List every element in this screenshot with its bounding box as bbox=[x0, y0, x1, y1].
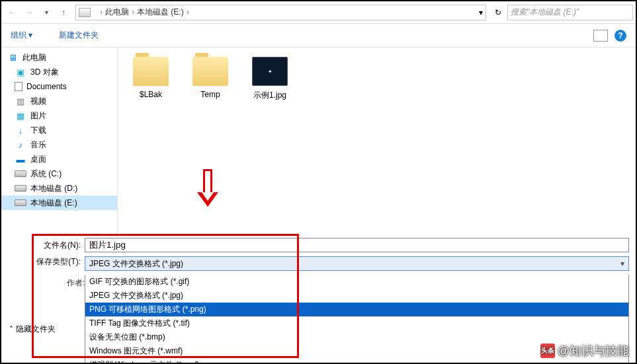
tree-label: 3D 对象 bbox=[30, 67, 59, 78]
file-name: Temp bbox=[187, 90, 234, 99]
nav-bar: ← → ▾ ↑ ›此电脑›本地磁盘 (E:)› ▾ ↻ 搜索"本地磁盘 (E:)… bbox=[1, 1, 636, 24]
tree-item-documents[interactable]: Documents bbox=[1, 79, 117, 94]
download-icon: ↓ bbox=[15, 125, 26, 135]
video-icon: ▥ bbox=[15, 96, 26, 106]
organize-menu[interactable]: 组织 ▾ bbox=[11, 30, 32, 41]
annotation-arrow-icon bbox=[197, 169, 218, 207]
main-content: 🖥此电脑 ▣3D 对象 Documents ▥视频 ▦图片 ↓下载 ♪音乐 ▬桌… bbox=[1, 48, 636, 238]
back-button[interactable]: ← bbox=[4, 5, 20, 20]
author-label: 作者: bbox=[9, 277, 85, 289]
file-name: $LBak bbox=[127, 90, 175, 99]
tree-label: Documents bbox=[26, 82, 67, 91]
search-input[interactable]: 搜索"本地磁盘 (E:)" bbox=[507, 5, 633, 20]
folder-icon bbox=[192, 57, 228, 86]
save-form: 文件名(N): 保存类型(T): JPEG 文件交换格式 (*.jpg) GIF… bbox=[8, 238, 629, 364]
tree-label: 音乐 bbox=[30, 139, 46, 151]
tree-root-computer[interactable]: 🖥此电脑 bbox=[1, 50, 117, 65]
refresh-button[interactable]: ↻ bbox=[490, 5, 506, 20]
documents-icon bbox=[15, 82, 22, 91]
music-icon: ♪ bbox=[15, 139, 26, 150]
tree-item-downloads[interactable]: ↓下载 bbox=[1, 123, 117, 137]
file-pane[interactable]: $LBak Temp ✦ 示例1.jpg bbox=[118, 48, 636, 238]
filetype-option[interactable]: 增强型 Windows 元文件 (*.emf) bbox=[85, 358, 628, 364]
filetype-option[interactable]: 设备无关位图 (*.bmp) bbox=[85, 330, 628, 344]
breadcrumb-root[interactable]: 此电脑 bbox=[105, 7, 129, 17]
tree-item-music[interactable]: ♪音乐 bbox=[1, 137, 117, 152]
filename-label: 文件名(N): bbox=[8, 240, 85, 251]
filename-input[interactable] bbox=[85, 238, 629, 252]
tree-label: 本地磁盘 (E:) bbox=[30, 198, 77, 209]
tree-label: 本地磁盘 (D:) bbox=[30, 183, 77, 194]
filetype-combobox[interactable]: JPEG 文件交换格式 (*.jpg) bbox=[85, 256, 629, 271]
tree-label: 系统 (C:) bbox=[30, 168, 62, 180]
tree-item-video[interactable]: ▥视频 bbox=[1, 94, 117, 108]
tree-item-drive-c[interactable]: 系统 (C:) bbox=[1, 166, 117, 181]
tree-item-pictures[interactable]: ▦图片 bbox=[1, 108, 117, 123]
watermark: 头条 @知识与技能 bbox=[540, 343, 629, 359]
tree-label: 桌面 bbox=[30, 154, 46, 165]
drive-icon bbox=[79, 8, 91, 17]
filetype-selected: JPEG 文件交换格式 (*.jpg) bbox=[89, 258, 183, 270]
help-icon[interactable]: ? bbox=[615, 30, 626, 42]
objects-icon: ▣ bbox=[15, 67, 26, 77]
tree-item-3d[interactable]: ▣3D 对象 bbox=[1, 65, 117, 79]
tree-label: 图片 bbox=[30, 110, 46, 122]
view-options-icon[interactable] bbox=[593, 30, 608, 42]
breadcrumb-drive[interactable]: 本地磁盘 (E:) bbox=[137, 7, 184, 17]
path-chevron-icon[interactable]: ▾ bbox=[479, 8, 483, 17]
tree-item-drive-e[interactable]: 本地磁盘 (E:) bbox=[1, 196, 117, 210]
filetype-option[interactable]: JPEG 文件交换格式 (*.jpg) bbox=[85, 289, 628, 303]
tree-item-desktop[interactable]: ▬桌面 bbox=[1, 152, 117, 166]
image-item[interactable]: ✦ 示例1.jpg bbox=[246, 57, 294, 101]
tree-label: 下载 bbox=[30, 125, 46, 136]
chevron-up-icon: ˄ bbox=[9, 325, 13, 334]
filetype-label: 保存类型(T): bbox=[8, 256, 85, 271]
drive-icon bbox=[15, 200, 26, 206]
computer-icon: 🖥 bbox=[7, 52, 19, 63]
drive-icon bbox=[15, 170, 26, 177]
up-button[interactable]: ↑ bbox=[56, 5, 71, 20]
filetype-option[interactable]: GIF 可交换的图形格式 (*.gif) bbox=[85, 275, 628, 289]
watermark-text: @知识与技能 bbox=[558, 343, 629, 359]
image-thumbnail-icon: ✦ bbox=[252, 57, 288, 86]
folder-icon bbox=[133, 57, 169, 86]
toolbar: 组织 ▾ 新建文件夹 ? bbox=[1, 24, 636, 48]
new-folder-button[interactable]: 新建文件夹 bbox=[59, 30, 99, 41]
hide-folders-label: 隐藏文件夹 bbox=[16, 324, 56, 335]
search-placeholder: 搜索"本地磁盘 (E:)" bbox=[511, 7, 579, 18]
address-bar[interactable]: ›此电脑›本地磁盘 (E:)› ▾ bbox=[75, 5, 486, 20]
filetype-option[interactable]: PNG 可移植网络图形格式 (*.png) bbox=[85, 303, 628, 316]
tree-item-drive-d[interactable]: 本地磁盘 (D:) bbox=[1, 181, 117, 196]
drive-icon bbox=[15, 185, 26, 192]
tree-label: 此电脑 bbox=[22, 52, 46, 63]
watermark-logo-icon: 头条 bbox=[540, 344, 555, 358]
sidebar: 🖥此电脑 ▣3D 对象 Documents ▥视频 ▦图片 ↓下载 ♪音乐 ▬桌… bbox=[1, 48, 118, 238]
desktop-icon: ▬ bbox=[15, 154, 26, 164]
folder-item[interactable]: $LBak bbox=[127, 57, 175, 99]
pictures-icon: ▦ bbox=[15, 110, 26, 121]
filetype-option[interactable]: TIFF Tag 图像文件格式 (*.tif) bbox=[85, 316, 628, 330]
hide-folders-toggle[interactable]: ˄ 隐藏文件夹 bbox=[9, 324, 56, 335]
forward-button[interactable]: → bbox=[21, 5, 37, 20]
folder-item[interactable]: Temp bbox=[187, 57, 234, 99]
file-name: 示例1.jpg bbox=[246, 90, 294, 101]
tree-label: 视频 bbox=[30, 96, 46, 107]
history-chevron-icon[interactable]: ▾ bbox=[38, 5, 54, 20]
